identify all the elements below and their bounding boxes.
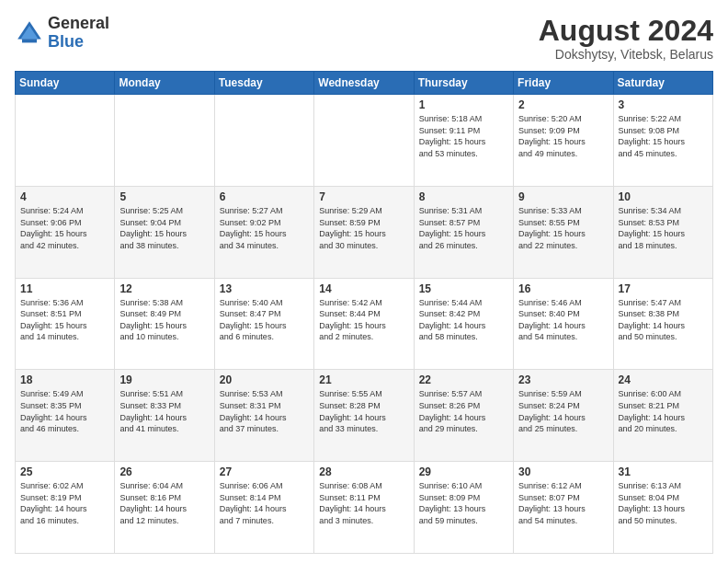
day-info: Sunrise: 5:46 AMSunset: 8:40 PMDaylight:…	[518, 297, 608, 343]
day-info: Sunrise: 5:44 AMSunset: 8:42 PMDaylight:…	[419, 297, 508, 343]
day-info: Sunrise: 5:42 AMSunset: 8:44 PMDaylight:…	[319, 297, 408, 343]
calendar-cell: 21Sunrise: 5:55 AMSunset: 8:28 PMDayligh…	[314, 370, 414, 462]
calendar-cell: 16Sunrise: 5:46 AMSunset: 8:40 PMDayligh…	[514, 278, 613, 370]
day-number: 26	[119, 465, 209, 478]
dow-header-thursday: Thursday	[414, 72, 513, 95]
day-number: 28	[319, 465, 408, 478]
calendar-cell: 18Sunrise: 5:49 AMSunset: 8:35 PMDayligh…	[16, 370, 115, 462]
dow-header-friday: Friday	[514, 72, 613, 95]
calendar-cell: 7Sunrise: 5:29 AMSunset: 8:59 PMDaylight…	[314, 186, 414, 278]
calendar-cell: 19Sunrise: 5:51 AMSunset: 8:33 PMDayligh…	[115, 370, 214, 462]
calendar-cell: 26Sunrise: 6:04 AMSunset: 8:16 PMDayligh…	[115, 462, 214, 554]
calendar-cell: 27Sunrise: 6:06 AMSunset: 8:14 PMDayligh…	[214, 462, 313, 554]
day-info: Sunrise: 6:08 AMSunset: 8:11 PMDaylight:…	[319, 480, 408, 526]
day-number: 16	[518, 282, 608, 295]
day-number: 5	[119, 190, 209, 203]
calendar-cell: 12Sunrise: 5:38 AMSunset: 8:49 PMDayligh…	[115, 278, 214, 370]
calendar-cell: 13Sunrise: 5:40 AMSunset: 8:47 PMDayligh…	[214, 278, 313, 370]
day-info: Sunrise: 6:06 AMSunset: 8:14 PMDaylight:…	[220, 480, 309, 526]
month-year: August 2024	[539, 15, 713, 47]
dow-header-monday: Monday	[115, 72, 214, 95]
calendar-cell: 29Sunrise: 6:10 AMSunset: 8:09 PMDayligh…	[414, 462, 513, 554]
calendar-cell: 22Sunrise: 5:57 AMSunset: 8:26 PMDayligh…	[414, 370, 513, 462]
day-number: 31	[619, 465, 708, 478]
calendar-cell: 8Sunrise: 5:31 AMSunset: 8:57 PMDaylight…	[414, 186, 513, 278]
day-number: 23	[518, 373, 608, 386]
calendar-cell	[314, 95, 414, 187]
calendar-cell: 14Sunrise: 5:42 AMSunset: 8:44 PMDayligh…	[314, 278, 414, 370]
calendar-cell	[214, 95, 313, 187]
calendar-cell: 1Sunrise: 5:18 AMSunset: 9:11 PMDaylight…	[414, 95, 513, 187]
day-number: 10	[619, 190, 708, 203]
day-info: Sunrise: 5:47 AMSunset: 8:38 PMDaylight:…	[619, 297, 708, 343]
calendar-cell: 11Sunrise: 5:36 AMSunset: 8:51 PMDayligh…	[16, 278, 115, 370]
day-info: Sunrise: 5:59 AMSunset: 8:24 PMDaylight:…	[518, 388, 608, 434]
day-info: Sunrise: 6:00 AMSunset: 8:21 PMDaylight:…	[619, 388, 708, 434]
calendar-cell: 6Sunrise: 5:27 AMSunset: 9:02 PMDaylight…	[214, 186, 313, 278]
day-number: 4	[20, 190, 109, 203]
day-info: Sunrise: 5:31 AMSunset: 8:57 PMDaylight:…	[419, 205, 508, 251]
day-number: 24	[619, 373, 708, 386]
day-number: 27	[220, 465, 309, 478]
location: Dokshytsy, Vitebsk, Belarus	[539, 47, 713, 62]
calendar-cell: 2Sunrise: 5:20 AMSunset: 9:09 PMDaylight…	[514, 95, 613, 187]
calendar: SundayMondayTuesdayWednesdayThursdayFrid…	[15, 71, 713, 554]
day-info: Sunrise: 5:57 AMSunset: 8:26 PMDaylight:…	[419, 388, 508, 434]
day-info: Sunrise: 5:33 AMSunset: 8:55 PMDaylight:…	[518, 205, 608, 251]
day-number: 19	[119, 373, 209, 386]
calendar-cell: 20Sunrise: 5:53 AMSunset: 8:31 PMDayligh…	[214, 370, 313, 462]
week-row-4: 18Sunrise: 5:49 AMSunset: 8:35 PMDayligh…	[16, 370, 713, 462]
calendar-cell: 15Sunrise: 5:44 AMSunset: 8:42 PMDayligh…	[414, 278, 513, 370]
calendar-cell: 5Sunrise: 5:25 AMSunset: 9:04 PMDaylight…	[115, 186, 214, 278]
day-number: 11	[20, 282, 109, 295]
day-number: 21	[319, 373, 408, 386]
page: General Blue August 2024 Dokshytsy, Vite…	[0, 0, 728, 563]
calendar-cell: 24Sunrise: 6:00 AMSunset: 8:21 PMDayligh…	[613, 370, 712, 462]
day-number: 29	[419, 465, 508, 478]
calendar-cell: 28Sunrise: 6:08 AMSunset: 8:11 PMDayligh…	[314, 462, 414, 554]
day-number: 14	[319, 282, 408, 295]
day-info: Sunrise: 6:02 AMSunset: 8:19 PMDaylight:…	[20, 480, 109, 526]
day-info: Sunrise: 5:24 AMSunset: 9:06 PMDaylight:…	[20, 205, 109, 251]
logo-general: General	[48, 14, 109, 32]
day-number: 18	[20, 373, 109, 386]
day-info: Sunrise: 5:27 AMSunset: 9:02 PMDaylight:…	[220, 205, 309, 251]
week-row-3: 11Sunrise: 5:36 AMSunset: 8:51 PMDayligh…	[16, 278, 713, 370]
calendar-cell: 30Sunrise: 6:12 AMSunset: 8:07 PMDayligh…	[514, 462, 613, 554]
logo: General Blue	[15, 15, 109, 52]
day-info: Sunrise: 6:12 AMSunset: 8:07 PMDaylight:…	[518, 480, 608, 526]
day-number: 8	[419, 190, 508, 203]
day-number: 13	[220, 282, 309, 295]
day-number: 15	[419, 282, 508, 295]
calendar-cell: 25Sunrise: 6:02 AMSunset: 8:19 PMDayligh…	[16, 462, 115, 554]
day-info: Sunrise: 5:20 AMSunset: 9:09 PMDaylight:…	[518, 113, 608, 159]
day-number: 25	[20, 465, 109, 478]
calendar-cell: 23Sunrise: 5:59 AMSunset: 8:24 PMDayligh…	[514, 370, 613, 462]
calendar-cell: 3Sunrise: 5:22 AMSunset: 9:08 PMDaylight…	[613, 95, 712, 187]
dow-header-tuesday: Tuesday	[214, 72, 313, 95]
day-info: Sunrise: 5:55 AMSunset: 8:28 PMDaylight:…	[319, 388, 408, 434]
calendar-cell	[16, 95, 115, 187]
day-info: Sunrise: 6:04 AMSunset: 8:16 PMDaylight:…	[119, 480, 209, 526]
calendar-cell: 10Sunrise: 5:34 AMSunset: 8:53 PMDayligh…	[613, 186, 712, 278]
day-info: Sunrise: 5:18 AMSunset: 9:11 PMDaylight:…	[419, 113, 508, 159]
title-block: August 2024 Dokshytsy, Vitebsk, Belarus	[539, 15, 713, 62]
calendar-cell: 9Sunrise: 5:33 AMSunset: 8:55 PMDaylight…	[514, 186, 613, 278]
day-number: 1	[419, 98, 508, 111]
day-number: 7	[319, 190, 408, 203]
day-info: Sunrise: 6:13 AMSunset: 8:04 PMDaylight:…	[619, 480, 708, 526]
day-info: Sunrise: 5:22 AMSunset: 9:08 PMDaylight:…	[619, 113, 708, 159]
day-info: Sunrise: 6:10 AMSunset: 8:09 PMDaylight:…	[419, 480, 508, 526]
day-info: Sunrise: 5:29 AMSunset: 8:59 PMDaylight:…	[319, 205, 408, 251]
calendar-cell: 31Sunrise: 6:13 AMSunset: 8:04 PMDayligh…	[613, 462, 712, 554]
day-info: Sunrise: 5:36 AMSunset: 8:51 PMDaylight:…	[20, 297, 109, 343]
day-number: 6	[220, 190, 309, 203]
day-info: Sunrise: 5:51 AMSunset: 8:33 PMDaylight:…	[119, 388, 209, 434]
day-number: 12	[119, 282, 209, 295]
calendar-cell: 17Sunrise: 5:47 AMSunset: 8:38 PMDayligh…	[613, 278, 712, 370]
generalblue-logo-icon	[15, 18, 44, 48]
week-row-2: 4Sunrise: 5:24 AMSunset: 9:06 PMDaylight…	[16, 186, 713, 278]
day-number: 2	[518, 98, 608, 111]
day-number: 22	[419, 373, 508, 386]
week-row-1: 1Sunrise: 5:18 AMSunset: 9:11 PMDaylight…	[16, 95, 713, 187]
